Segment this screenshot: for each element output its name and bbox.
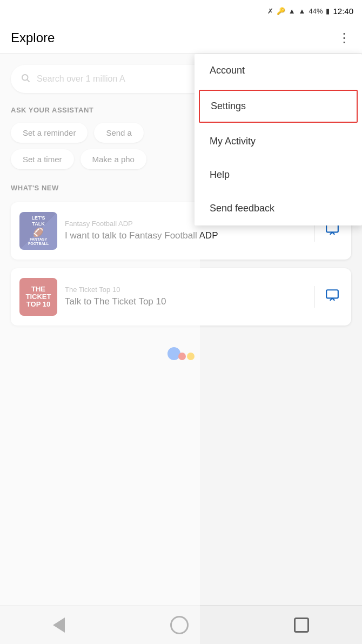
top-bar: Explore ⋮ bbox=[0, 22, 362, 54]
bluetooth-icon: ✗ bbox=[267, 7, 273, 15]
time: 12:40 bbox=[333, 6, 353, 16]
football-logo-sub: FANTASY FOOTBALL bbox=[23, 237, 54, 247]
svg-point-0 bbox=[22, 75, 28, 81]
menu-item-settings[interactable]: Settings bbox=[199, 90, 358, 123]
dot-red bbox=[178, 353, 186, 360]
more-options-button[interactable]: ⋮ bbox=[338, 30, 351, 45]
card-subtitle-ticket: The Ticket Top 10 bbox=[65, 286, 306, 294]
signal-icon: ▲ bbox=[299, 7, 306, 15]
chip-make-phone[interactable]: Make a pho bbox=[81, 149, 146, 169]
nav-home-button[interactable] bbox=[170, 616, 189, 634]
svg-line-1 bbox=[27, 79, 29, 82]
card-title-ticket: Talk to The Ticket Top 10 bbox=[65, 296, 306, 308]
card-title-football: I want to talk to Fantasy Football ADP bbox=[65, 230, 306, 242]
menu-item-help[interactable]: Help bbox=[195, 158, 362, 192]
key-icon: 🔑 bbox=[277, 7, 285, 15]
chip-send[interactable]: Send a bbox=[94, 123, 144, 143]
svg-rect-5 bbox=[326, 290, 338, 298]
menu-item-send-feedback[interactable]: Send feedback bbox=[195, 192, 362, 225]
menu-item-account[interactable]: Account bbox=[195, 54, 362, 88]
card-logo-ticket: THETICKETTOP 10 bbox=[19, 278, 57, 316]
status-icons: ✗ 🔑 ▲ ▲ 44% ▮ 12:40 bbox=[267, 6, 353, 16]
chip-set-timer[interactable]: Set a timer bbox=[11, 149, 74, 169]
search-input[interactable]: Search over 1 million A bbox=[37, 74, 125, 84]
google-assistant-dots bbox=[11, 334, 351, 369]
card-info-ticket: The Ticket Top 10 Talk to The Ticket Top… bbox=[65, 286, 306, 308]
dot-yellow bbox=[187, 353, 195, 360]
battery-percent: 44% bbox=[309, 7, 323, 15]
card-logo-football: LET'STALK 🏈 FANTASY FOOTBALL bbox=[19, 212, 57, 250]
status-bar: ✗ 🔑 ▲ ▲ 44% ▮ 12:40 bbox=[0, 0, 362, 22]
football-logo-text: LET'STALK bbox=[23, 215, 54, 227]
dropdown-menu: Account Settings My Activity Help Send f… bbox=[195, 54, 362, 225]
battery-icon: ▮ bbox=[326, 7, 330, 15]
wifi-icon: ▲ bbox=[289, 7, 296, 15]
card-ticket-top10[interactable]: THETICKETTOP 10 The Ticket Top 10 Talk t… bbox=[11, 268, 351, 326]
page-title: Explore bbox=[11, 30, 55, 45]
bottom-nav bbox=[0, 605, 362, 644]
whats-new-label: WHAT'S NEW bbox=[11, 184, 59, 192]
search-icon bbox=[21, 73, 30, 85]
menu-item-my-activity[interactable]: My Activity bbox=[195, 125, 362, 158]
nav-recents-button[interactable] bbox=[294, 618, 309, 633]
card-divider-ticket bbox=[314, 286, 314, 308]
chip-set-reminder[interactable]: Set a reminder bbox=[11, 123, 88, 143]
nav-back-button[interactable] bbox=[53, 618, 65, 633]
ticket-logo-text: THETICKETTOP 10 bbox=[26, 286, 51, 309]
chat-icon-ticket[interactable] bbox=[322, 288, 343, 306]
